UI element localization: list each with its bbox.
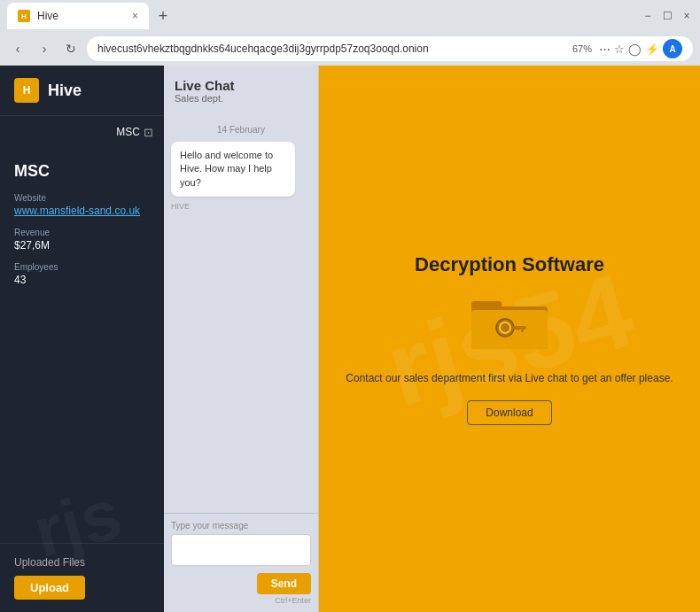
- chat-input-label: Type your message: [171, 521, 311, 531]
- forward-button[interactable]: ›: [34, 38, 55, 59]
- message-text: Hello and welcome to Hive. How may I hel…: [180, 150, 273, 188]
- chat-panel: Live Chat Sales dept. 14 February Hello …: [164, 66, 319, 612]
- content-area: Live Chat Sales dept. 14 February Hello …: [164, 66, 700, 612]
- tab-favicon: H: [18, 10, 30, 22]
- svg-rect-7: [517, 326, 519, 330]
- chat-send-area: Send Ctrl+Enter: [171, 573, 311, 605]
- top-nav-label: MSC: [116, 126, 140, 138]
- website-label: Website: [14, 193, 150, 203]
- shield-icon: ◯: [628, 43, 642, 56]
- decryption-title: Decryption Software: [415, 253, 604, 276]
- reload-button[interactable]: ↻: [60, 38, 82, 59]
- send-hint: Ctrl+Enter: [275, 596, 311, 605]
- tab-close-button[interactable]: ×: [132, 10, 138, 22]
- app-container: H Hive MSC ⊡ MSC Website www.mansfield-s…: [0, 66, 700, 612]
- revenue-value: $27,6M: [14, 239, 150, 252]
- chat-input[interactable]: [171, 534, 311, 566]
- more-options-icon[interactable]: ⋯: [599, 43, 611, 56]
- download-button[interactable]: Download: [467, 400, 551, 425]
- window-controls: − ☐ ×: [642, 10, 693, 22]
- employees-label: Employees: [14, 262, 150, 272]
- extension-icon[interactable]: ⚡: [645, 43, 659, 56]
- minimize-button[interactable]: −: [642, 10, 654, 22]
- employees-value: 43: [14, 274, 150, 286]
- chat-header: Live Chat Sales dept.: [164, 66, 318, 111]
- svg-rect-6: [521, 326, 524, 332]
- revenue-label: Revenue: [14, 228, 150, 237]
- folder-icon: [470, 291, 549, 356]
- tab-title: Hive: [37, 10, 125, 22]
- address-bar[interactable]: hivecust6vhekztbqgdnkks64ucehqacge3dij3g…: [87, 36, 693, 61]
- address-bar-row: ‹ › ↻ hivecust6vhekztbqgdnkks64ucehqacge…: [0, 32, 700, 66]
- profile-button[interactable]: A: [663, 39, 682, 58]
- browser-tab[interactable]: H Hive ×: [7, 3, 149, 29]
- decryption-description: Contact our sales department first via L…: [346, 370, 673, 386]
- chat-messages: 14 February Hello and welcome to Hive. H…: [164, 111, 318, 513]
- website-value[interactable]: www.mansfield-sand.co.uk: [14, 205, 150, 217]
- hive-site-title: Hive: [48, 81, 82, 100]
- new-tab-button[interactable]: +: [152, 5, 174, 27]
- chat-subtitle: Sales dept.: [175, 93, 307, 104]
- send-button[interactable]: Send: [257, 573, 311, 594]
- chat-title: Live Chat: [175, 78, 307, 93]
- decryption-panel: rjs54 Decryption Software: [319, 66, 700, 612]
- svg-rect-1: [471, 301, 502, 310]
- company-name: MSC: [14, 162, 150, 181]
- sidebar-header: H Hive: [0, 66, 164, 116]
- upload-button[interactable]: Upload: [14, 576, 85, 600]
- date-divider: 14 February: [171, 125, 311, 135]
- url-text: hivecust6vhekztbqgdnkks64ucehqacge3dij3g…: [97, 43, 565, 55]
- bookmark-icon[interactable]: ☆: [614, 43, 625, 56]
- message-sender: HIVE: [171, 202, 311, 211]
- zoom-level: 67%: [572, 43, 592, 54]
- sidebar: H Hive MSC ⊡ MSC Website www.mansfield-s…: [0, 66, 164, 612]
- hive-logo: H: [14, 78, 39, 103]
- address-bar-icons: ⋯ ☆ ◯ ⚡ A: [599, 39, 682, 58]
- sidebar-content: MSC Website www.mansfield-sand.co.uk Rev…: [0, 148, 164, 543]
- chat-input-area: Type your message Send Ctrl+Enter: [164, 513, 318, 612]
- top-nav-icon[interactable]: ⊡: [144, 126, 153, 139]
- back-button[interactable]: ‹: [7, 38, 28, 59]
- close-window-button[interactable]: ×: [681, 10, 693, 22]
- sidebar-footer: Uploaded Files Upload: [0, 543, 164, 612]
- uploaded-files-label: Uploaded Files: [14, 556, 150, 569]
- maximize-button[interactable]: ☐: [661, 10, 673, 22]
- message-bubble: Hello and welcome to Hive. How may I hel…: [171, 142, 295, 197]
